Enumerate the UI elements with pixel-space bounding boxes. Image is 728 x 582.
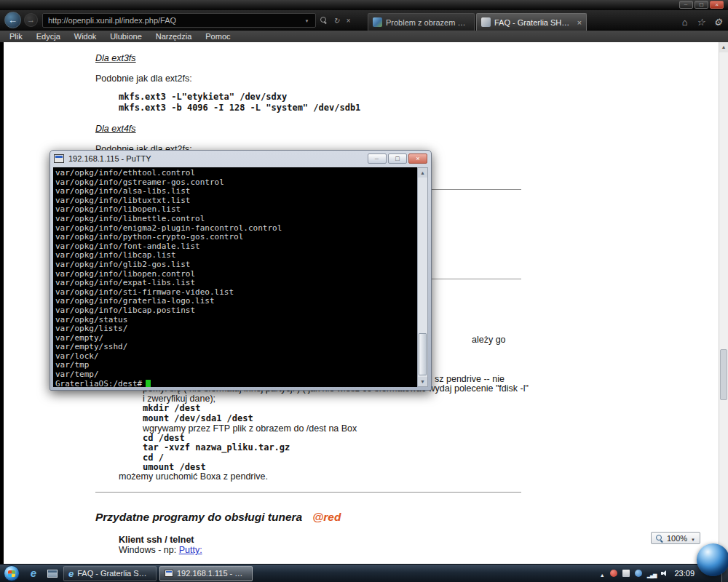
tab-close-button[interactable] — [577, 18, 582, 27]
scroll-down-arrow[interactable]: ▼ — [418, 377, 427, 386]
close-icon — [416, 155, 419, 162]
page-text-ftp: wgrywamy przez FTP plik z obrazem do /de… — [143, 423, 357, 434]
browser-menubar: PlikEdycjaWidokUlubioneNarzędziaPomoc — [0, 31, 728, 42]
star-icon — [697, 17, 705, 28]
scroll-up-arrow[interactable]: ▲ — [719, 42, 728, 52]
address-bar[interactable]: http://openpli.xunil.pl/index.php/FAQ — [42, 13, 316, 28]
putty-app-icon — [54, 154, 64, 163]
putty-maximize-button[interactable] — [388, 154, 407, 164]
putty-window: 192.168.1.115 - PuTTY var/opkg/info/etht… — [50, 150, 432, 391]
page-cmd-umount: umount /dest — [143, 462, 206, 472]
tray-status-icon-blue[interactable] — [635, 570, 642, 577]
terminal-line: var/opkg/info/libnettle.control — [55, 215, 415, 224]
tab-problem-z-obrazem[interactable]: Problem z obrazem na pena — [368, 13, 475, 31]
terminal-cursor — [146, 380, 151, 387]
terminal-line: var/opkg/info/libcap.postinst — [55, 306, 415, 316]
blue-sphere-gadget[interactable] — [697, 543, 728, 576]
terminal-line: var/opkg/info/expat-libs.list — [55, 279, 415, 288]
close-icon — [577, 18, 582, 27]
page-cmd-mount: mount /dev/sda1 /dest — [143, 413, 253, 423]
window-titlebar — [0, 0, 728, 10]
address-dropdown-icon[interactable] — [301, 17, 312, 25]
putty-minimize-button[interactable] — [368, 154, 387, 164]
back-icon — [8, 15, 17, 25]
terminal-line: var/tmp — [55, 361, 415, 370]
tab-faq-graterlia-active[interactable]: FAQ - Graterlia SH4 Operati... — [476, 13, 587, 31]
zoom-control[interactable]: 100% — [651, 532, 700, 544]
putty-titlebar[interactable]: 192.168.1.115 - PuTTY — [50, 151, 431, 166]
refresh-button[interactable] — [333, 17, 339, 25]
page-cmd-tar: tar -xvzf nazwa_pliku.tar.gz — [143, 442, 290, 453]
menu-item[interactable]: Plik — [9, 32, 23, 41]
taskbar-button-ie[interactable]: FAQ - Graterlia SH4 ... — [63, 566, 157, 581]
start-button[interactable] — [4, 565, 20, 581]
tray-status-icon-red[interactable] — [610, 570, 617, 577]
ie-icon — [68, 568, 74, 579]
menu-item[interactable]: Ulubione — [110, 32, 141, 41]
tray-expand-chevron-icon[interactable] — [600, 567, 605, 580]
page-text-klient-ssh: Klient ssh / telnet — [119, 535, 194, 545]
tab-favicon — [481, 17, 491, 27]
taskbar-button-label: FAQ - Graterlia SH4 ... — [77, 569, 151, 578]
scrollbar-thumb[interactable] — [720, 349, 727, 400]
search-icon[interactable] — [320, 17, 327, 23]
page-link-ext4fs[interactable]: Dla ext4fs — [95, 124, 136, 134]
tray-status-icon-gray[interactable] — [622, 570, 630, 577]
scroll-up-arrow[interactable]: ▲ — [418, 168, 427, 178]
browser-navbar: http://openpli.xunil.pl/index.php/FAQ Pr… — [0, 10, 728, 31]
home-icon — [682, 17, 688, 28]
browser-command-icons — [682, 17, 722, 28]
volume-icon[interactable] — [661, 570, 669, 577]
putty-close-button[interactable] — [408, 154, 427, 164]
windows-label: Windows - np: — [119, 545, 179, 555]
minimize-icon — [684, 0, 687, 6]
putty-icon — [165, 570, 173, 577]
taskbar: FAQ - Graterlia SH4 ... 192.168.1.115 - … — [0, 564, 728, 582]
window-icon — [47, 570, 58, 578]
page-cmd-cd-root: cd / — [143, 453, 164, 463]
code-line: mkfs.ext3 -b 4096 -I 128 -L "system" /de… — [119, 103, 360, 113]
window-maximize-button[interactable] — [695, 1, 708, 9]
menu-item[interactable]: Edycja — [36, 32, 60, 41]
address-url[interactable]: http://openpli.xunil.pl/index.php/FAQ — [48, 16, 301, 25]
page-text-fragment: ależy go — [472, 335, 506, 345]
menu-item[interactable]: Widok — [74, 32, 97, 41]
quicklaunch-ie[interactable] — [25, 566, 41, 581]
stop-button[interactable] — [346, 17, 350, 25]
terminal-line: var/opkg/info/python-crypto-gos.control — [55, 233, 415, 242]
tab-favicon — [373, 17, 382, 27]
page-link-ext3fs[interactable]: Dla ext3fs — [95, 53, 136, 63]
tab-label: Problem z obrazem na pena — [386, 18, 470, 27]
heading-text: Przydatne programy do obsługi tunera — [95, 511, 302, 523]
browser-scrollbar[interactable]: ▲ ▼ — [719, 42, 728, 564]
zoom-dropdown-icon[interactable] — [691, 534, 695, 543]
taskbar-button-label: 192.168.1.115 - PuTTY — [177, 569, 248, 578]
terminal-output[interactable]: var/opkg/info/ethtool.controlvar/opkg/in… — [53, 167, 417, 387]
forward-button[interactable] — [24, 13, 38, 27]
tools-button[interactable] — [713, 17, 722, 28]
terminal-line: var/opkg/info/alsa-libs.list — [55, 187, 415, 196]
maximize-icon — [700, 1, 703, 8]
menu-item[interactable]: Narzędzia — [156, 32, 192, 41]
favorites-button[interactable] — [697, 17, 705, 28]
taskbar-clock[interactable]: 23:09 — [674, 569, 695, 578]
quicklaunch-explorer[interactable] — [44, 566, 60, 581]
scrollbar-thumb[interactable] — [419, 333, 427, 375]
back-button[interactable] — [4, 12, 21, 28]
network-icon[interactable] — [647, 567, 657, 580]
terminal-scrollbar[interactable]: ▲ ▼ — [417, 167, 428, 387]
window-minimize-button[interactable] — [679, 1, 693, 9]
maximize-icon — [395, 155, 399, 162]
page-cmd-mkdir: mkdir /dest — [143, 403, 200, 413]
stop-icon — [346, 17, 350, 25]
home-button[interactable] — [682, 17, 688, 28]
ie-icon — [31, 567, 36, 580]
page-text-mozemy: możemy uruchomić Boxa z pendrive. — [119, 471, 268, 482]
putty-link[interactable]: Putty: — [179, 545, 202, 555]
refresh-icon — [333, 17, 339, 25]
code-line: mkfs.ext3 -L"etykieta" /dev/sdxy — [119, 92, 360, 103]
window-close-button[interactable] — [710, 1, 724, 9]
menu-item[interactable]: Pomoc — [205, 32, 230, 41]
address-tools — [320, 17, 350, 25]
taskbar-button-putty[interactable]: 192.168.1.115 - PuTTY — [159, 566, 253, 581]
